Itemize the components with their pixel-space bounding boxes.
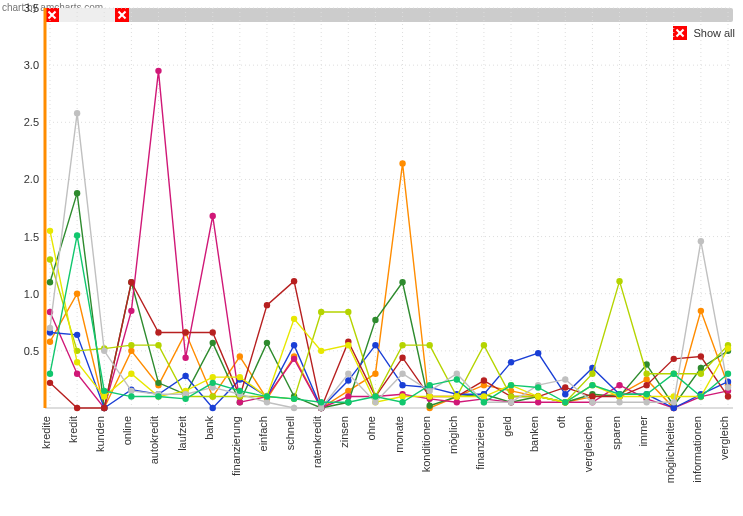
data-point[interactable] (182, 329, 188, 335)
data-point[interactable] (562, 384, 568, 390)
data-point[interactable] (399, 393, 405, 399)
data-point[interactable] (101, 348, 107, 354)
data-point[interactable] (671, 356, 677, 362)
data-point[interactable] (74, 332, 80, 338)
data-point[interactable] (399, 399, 405, 405)
data-point[interactable] (643, 391, 649, 397)
data-point[interactable] (372, 399, 378, 405)
data-point[interactable] (74, 405, 80, 411)
data-point[interactable] (698, 353, 704, 359)
data-point[interactable] (291, 396, 297, 402)
data-point[interactable] (318, 348, 324, 354)
data-point[interactable] (643, 382, 649, 388)
data-point[interactable] (345, 342, 351, 348)
data-point[interactable] (671, 371, 677, 377)
data-point[interactable] (345, 393, 351, 399)
data-point[interactable] (210, 405, 216, 411)
data-point[interactable] (291, 278, 297, 284)
data-point[interactable] (616, 399, 622, 405)
data-point[interactable] (264, 340, 270, 346)
data-point[interactable] (454, 371, 460, 377)
data-point[interactable] (74, 190, 80, 196)
data-point[interactable] (74, 359, 80, 365)
data-point[interactable] (671, 405, 677, 411)
data-point[interactable] (182, 396, 188, 402)
data-point[interactable] (237, 399, 243, 405)
data-point[interactable] (101, 388, 107, 394)
data-point[interactable] (74, 110, 80, 116)
data-point[interactable] (372, 342, 378, 348)
data-point[interactable] (399, 279, 405, 285)
data-point[interactable] (508, 393, 514, 399)
data-point[interactable] (616, 278, 622, 284)
data-point[interactable] (47, 371, 53, 377)
data-point[interactable] (74, 371, 80, 377)
data-point[interactable] (128, 279, 134, 285)
data-point[interactable] (128, 308, 134, 314)
data-point[interactable] (47, 325, 53, 331)
data-point[interactable] (725, 371, 731, 377)
data-point[interactable] (345, 399, 351, 405)
data-point[interactable] (426, 393, 432, 399)
data-point[interactable] (291, 316, 297, 322)
data-point[interactable] (535, 350, 541, 356)
data-point[interactable] (481, 377, 487, 383)
data-point[interactable] (589, 371, 595, 377)
data-point[interactable] (47, 380, 53, 386)
data-point[interactable] (616, 391, 622, 397)
data-point[interactable] (508, 382, 514, 388)
data-point[interactable] (698, 238, 704, 244)
data-point[interactable] (698, 371, 704, 377)
data-point[interactable] (47, 256, 53, 262)
data-point[interactable] (643, 371, 649, 377)
data-point[interactable] (128, 388, 134, 394)
data-point[interactable] (210, 393, 216, 399)
data-point[interactable] (589, 393, 595, 399)
data-point[interactable] (698, 308, 704, 314)
data-point[interactable] (589, 382, 595, 388)
data-point[interactable] (128, 393, 134, 399)
data-point[interactable] (616, 382, 622, 388)
data-point[interactable] (535, 399, 541, 405)
data-point[interactable] (210, 340, 216, 346)
data-point[interactable] (454, 393, 460, 399)
data-point[interactable] (562, 391, 568, 397)
data-point[interactable] (318, 309, 324, 315)
data-point[interactable] (291, 356, 297, 362)
data-point[interactable] (47, 279, 53, 285)
data-point[interactable] (318, 399, 324, 405)
data-point[interactable] (508, 399, 514, 405)
data-point[interactable] (210, 374, 216, 380)
data-point[interactable] (237, 388, 243, 394)
data-point[interactable] (643, 399, 649, 405)
data-point[interactable] (264, 302, 270, 308)
data-point[interactable] (291, 342, 297, 348)
data-point[interactable] (47, 228, 53, 234)
data-point[interactable] (535, 393, 541, 399)
data-point[interactable] (698, 365, 704, 371)
data-point[interactable] (562, 376, 568, 382)
data-point[interactable] (454, 399, 460, 405)
data-point[interactable] (237, 374, 243, 380)
data-point[interactable] (318, 405, 324, 411)
data-point[interactable] (643, 376, 649, 382)
data-point[interactable] (155, 380, 161, 386)
data-point[interactable] (74, 232, 80, 238)
data-point[interactable] (399, 355, 405, 361)
data-point[interactable] (210, 213, 216, 219)
data-point[interactable] (562, 399, 568, 405)
data-point[interactable] (182, 355, 188, 361)
data-point[interactable] (399, 160, 405, 166)
data-point[interactable] (589, 399, 595, 405)
data-point[interactable] (481, 399, 487, 405)
data-point[interactable] (345, 371, 351, 377)
data-point[interactable] (725, 384, 731, 390)
data-point[interactable] (535, 384, 541, 390)
data-point[interactable] (210, 380, 216, 386)
data-point[interactable] (101, 405, 107, 411)
data-point[interactable] (345, 309, 351, 315)
data-point[interactable] (426, 382, 432, 388)
data-point[interactable] (47, 339, 53, 345)
data-point[interactable] (155, 393, 161, 399)
data-point[interactable] (454, 376, 460, 382)
